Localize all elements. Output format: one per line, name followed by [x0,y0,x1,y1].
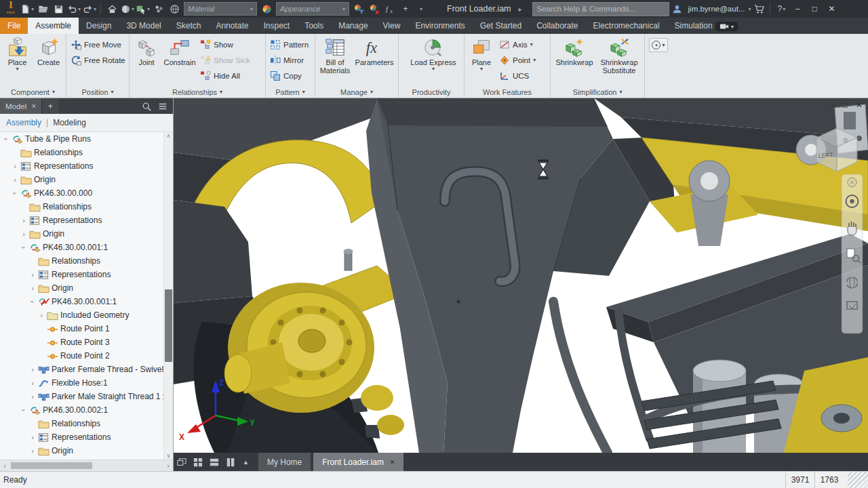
tree-item[interactable]: › Origin [0,444,164,458]
component-panel-label[interactable]: Component▾ [0,86,66,98]
tree-item[interactable]: › Relationships [0,146,164,159]
tree-item[interactable]: › PK46.30.00.001:1 [0,295,164,308]
ribbon-tab[interactable]: Collaborate [529,18,585,34]
ribbon-tab[interactable]: Inspect [256,18,297,34]
simplification-panel-label[interactable]: Simplification▾ [551,86,644,98]
show-button[interactable]: Show [198,38,252,52]
tree-expander-icon[interactable]: › [29,447,36,454]
tree-expander-icon[interactable]: › [38,312,45,319]
store-button[interactable] [751,1,766,16]
tree-item[interactable]: › Relationships [0,254,164,268]
minimize-button[interactable]: – [789,1,806,16]
tree-expander-icon[interactable]: › [20,407,27,413]
ribbon-tab[interactable]: Get Started [473,18,529,34]
browser-add-tab-button[interactable]: + [41,98,58,114]
pattern-panel-label[interactable]: Pattern▾ [266,86,315,98]
tree-expander-icon[interactable]: › [29,285,36,291]
graphics-viewport[interactable]: LEFT Z [174,98,868,471]
visual-style-button[interactable]: ▾ [120,1,135,16]
undo-button[interactable]: ▾ [66,1,81,16]
shrinkwrap-substitute-button[interactable]: Shrinkwrap Substitute [597,36,642,75]
tree-expander-icon[interactable]: › [12,176,18,183]
ribbon-tab[interactable]: Sketch [169,18,209,34]
tree-item[interactable]: › Relationships [0,200,164,214]
place-button[interactable]: Place▾ [2,36,33,72]
position-panel-label[interactable]: Position▾ [66,86,129,98]
view-cube[interactable]: LEFT [816,128,857,171]
tree-item[interactable]: › PK46.30.00.002:1 [0,403,164,417]
axis-button[interactable]: Axis▾ [497,38,538,52]
tree-expander-icon[interactable]: › [3,136,9,142]
relationships-panel-label[interactable]: Relationships▾ [130,86,265,98]
browser-menu-icon[interactable] [158,102,167,111]
screencast-button[interactable]: ▾ [715,22,738,31]
my-home-tab[interactable]: My Home [258,453,311,471]
maximize-button[interactable]: □ [806,1,823,16]
ribbon-tab[interactable]: Tools [297,18,331,34]
plane-button[interactable]: Plane▾ [467,36,496,72]
ribbon-tab[interactable]: Electromechanical [586,18,667,34]
tree-expander-icon[interactable]: › [29,380,36,386]
browser-search-icon[interactable] [142,102,151,111]
manage-panel-label[interactable]: Manage▾ [315,86,398,98]
scrollbar-thumb[interactable] [11,462,92,469]
parameters-quick-button[interactable] [382,1,397,16]
ribbon-display-options-button[interactable]: ▾▾ [649,38,668,52]
qat-add-button[interactable]: + [398,1,413,16]
tree-expander-icon[interactable]: › [29,393,36,400]
cascade-windows-button[interactable] [174,455,190,469]
mode-assembly[interactable]: Assembly [6,118,41,127]
ribbon-tab[interactable]: View [376,18,408,34]
viewport-canvas[interactable]: LEFT Z [174,98,868,453]
tree-item[interactable]: › Representations [0,430,164,444]
tree-horizontal-scrollbar[interactable]: ‹ › [0,460,173,471]
pattern-button[interactable]: Pattern [268,38,311,52]
ribbon-tab[interactable]: Design [79,18,119,34]
tree-item[interactable]: › Representations [0,214,164,227]
document-tab-close-icon[interactable]: × [390,458,395,467]
degrees-of-freedom-button[interactable] [151,1,166,16]
constrain-button[interactable]: Constrain [162,36,197,66]
save-button[interactable] [51,1,66,16]
tile-grid-button[interactable] [190,455,206,469]
doc-restore-button[interactable]: □ [843,100,848,110]
point-button[interactable]: Point▾ [497,54,538,67]
color-wheel-button[interactable] [259,1,274,16]
create-button[interactable]: Create [33,36,64,66]
doc-close-button[interactable]: ✕ [856,100,863,110]
tree-item[interactable]: › Representations [0,159,164,173]
load-express-button[interactable]: Load Express▾ [407,36,460,72]
collapse-tabs-icon[interactable]: ▲ [243,459,249,466]
adjust-appearance-button[interactable] [351,1,366,16]
ribbon-tab[interactable]: 3D Model [119,18,168,34]
ribbon-tab[interactable]: File [0,18,28,34]
resize-grip[interactable] [848,472,868,488]
tree-item[interactable]: › Route Point 2 [0,349,164,363]
scrollbar-thumb[interactable] [165,289,172,361]
ribbon-tab[interactable]: Manage [331,18,375,34]
ribbon-tab[interactable]: Environments [408,18,472,34]
tree-item[interactable]: › Route Point 1 [0,322,164,336]
work-features-panel-label[interactable]: Work Features [465,86,550,98]
ucs-button[interactable]: UCS [497,69,538,83]
ribbon-tab[interactable]: Annotate [208,18,256,34]
tree-item[interactable]: › PK46.30.00.001:1 [0,241,164,254]
browser-tab-model[interactable]: Model× [0,98,41,114]
tree-item[interactable]: › Parker Male Straight Thread 1 x [0,390,164,403]
tree-item[interactable]: › Included Geometry [0,308,164,322]
tree-expander-icon[interactable]: › [20,217,27,224]
free-move-button[interactable]: Free Move [68,38,127,52]
tree-item[interactable]: › Route Point 3 [0,336,164,349]
ribbon-tab[interactable]: Simulation [667,18,720,34]
ribbon-tab[interactable]: Assemble [28,18,79,34]
doc-minimize-button[interactable]: – [830,100,835,110]
close-button[interactable]: ✕ [823,1,840,16]
productivity-panel-label[interactable]: Productivity [399,86,464,98]
tree-item[interactable]: › Flexible Hose:1 [0,376,164,390]
clear-appearance-button[interactable] [367,1,382,16]
tree-expander-icon[interactable]: › [12,190,18,197]
tree-item[interactable]: › Tube & Pipe Runs [0,132,164,146]
tree-item[interactable]: › Relationships [0,417,164,430]
tree-item[interactable]: › Origin [0,281,164,295]
shrinkwrap-button[interactable]: Shrinkwrap [553,36,596,66]
